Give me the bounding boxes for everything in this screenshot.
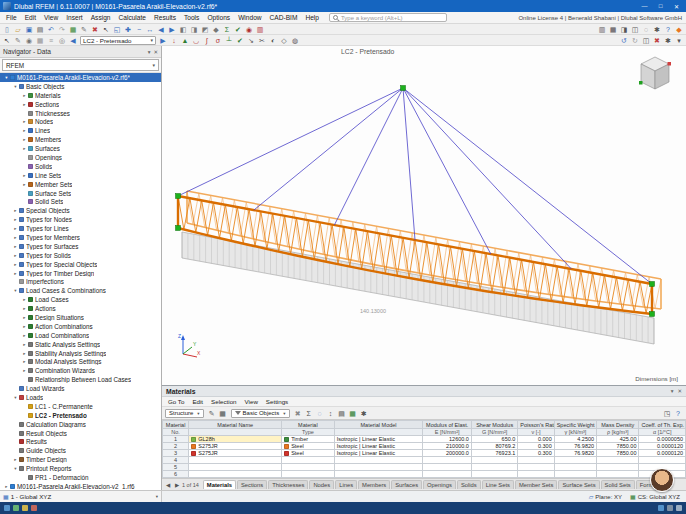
table-tab-nodes[interactable]: Nodes [309,480,334,489]
new-model-icon[interactable]: ▯ [2,24,12,34]
close-panel-icon[interactable]: ✕ [677,388,682,394]
zoom-out-icon[interactable]: − [134,24,144,34]
status-cs-global-xyz[interactable]: ▦CS: Global XYZ [630,494,680,500]
tree-expand-icon[interactable]: ▸ [21,93,28,98]
materials-menu-go-to[interactable]: Go To [164,398,188,405]
display-navigator-icon[interactable]: ▦ [608,24,618,34]
select-icon[interactable]: ↖ [101,24,111,34]
table-settings-icon[interactable]: ✱ [359,408,369,418]
pin-icon[interactable]: ▾ [671,388,674,394]
panel-toggle-icon[interactable]: ◫ [630,24,640,34]
select-objects-icon[interactable]: ↖ [2,35,12,45]
taskbar-tray-icon[interactable] [676,505,682,511]
taskbar-tray-icon[interactable] [658,505,664,511]
clipping-box-icon[interactable]: ✂ [257,35,267,45]
menu-options[interactable]: Options [203,14,234,21]
menu-view[interactable]: View [40,14,62,21]
tree-item-types-for-members[interactable]: ▸Types for Members [0,233,161,242]
isometric-view-icon[interactable]: ◆ [211,24,221,34]
tree-expand-icon[interactable]: ▸ [21,351,28,356]
material-no-cell[interactable]: 1 [163,436,189,443]
tree-item-modal-analysis-settings[interactable]: ▸Modal Analysis Settings [0,358,161,367]
taskbar-app-icon[interactable] [31,505,37,511]
tree-item-guide-objects[interactable]: Guide Objects [0,446,161,455]
undo-view-icon[interactable]: ↺ [619,35,629,45]
material-rho-cell[interactable]: 7850.00 [597,443,639,450]
menu-results[interactable]: Results [150,14,180,21]
empty-cell[interactable] [471,457,517,464]
close-icon[interactable]: ✕ [153,49,158,55]
pin-toolbar-icon[interactable]: ▾ [674,35,684,45]
tree-item-solids[interactable]: Solids [0,162,161,171]
find-icon[interactable]: ◌ [641,24,651,34]
result-tables-icon[interactable]: ▥ [255,24,265,34]
tree-item-load-wizards[interactable]: Load Wizards [0,384,161,393]
tree-item-load-cases[interactable]: ▸Load Cases [0,295,161,304]
sum-icon[interactable]: Σ [304,408,314,418]
load-case-select[interactable]: LC2 - Pretensado ▾ [80,36,156,45]
minimize-icon[interactable]: — [638,1,651,11]
tree-item-types-for-solids[interactable]: ▸Types for Solids [0,251,161,260]
material-type-cell[interactable]: Timber [282,436,335,443]
tree-expand-icon[interactable]: ▸ [3,484,10,489]
materials-menu-selection[interactable]: Selection [207,398,240,405]
tree-item-results[interactable]: Results [0,438,161,447]
tree-item-lines[interactable]: ▸Lines [0,126,161,135]
rendering-icon[interactable]: ◍ [290,35,300,45]
design-check-icon[interactable]: ✔ [235,35,245,45]
empty-cell[interactable] [423,471,471,478]
empty-cell[interactable] [597,471,639,478]
tree-item-stability-analysis-settings[interactable]: ▸Stability Analysis Settings [0,349,161,358]
table-tab-surface-sets[interactable]: Surface Sets [558,480,599,489]
tree-item-actions[interactable]: ▸Actions [0,304,161,313]
tree-item-basic-objects[interactable]: ▾Basic Objects [0,82,161,91]
tree-item-action-combinations[interactable]: ▸Action Combinations [0,322,161,331]
next-view-icon[interactable]: ▶ [167,24,177,34]
tree-collapse-icon[interactable]: ▾ [12,288,19,293]
user-views-icon[interactable]: ◇ [279,35,289,45]
dlubal-logo-icon[interactable]: ◆ [674,24,684,34]
print-table-icon[interactable]: ▤ [337,408,347,418]
tree-expand-icon[interactable]: ▸ [12,262,19,267]
tree-item-sections[interactable]: ▸Sections [0,100,161,109]
empty-cell[interactable] [554,464,596,471]
screenshot-icon[interactable]: ◫ [641,35,651,45]
tree-item-nodes[interactable]: ▸Nodes [0,117,161,126]
tree-item-design-situations[interactable]: ▸Design Situations [0,313,161,322]
menu-assign[interactable]: Assign [87,14,115,21]
table-next-icon[interactable]: ▶ [173,482,181,488]
tree-item-materials[interactable]: ▸Materials [0,91,161,100]
tree-item-thicknesses[interactable]: Thicknesses [0,109,161,118]
edit-objects-icon[interactable]: ✎ [13,35,23,45]
empty-cell[interactable] [334,471,423,478]
visibility-icon[interactable]: ◐ [268,35,278,45]
tree-expand-icon[interactable]: ▸ [21,182,28,187]
empty-cell[interactable] [334,457,423,464]
table-view-icon[interactable]: ▦ [218,408,228,418]
taskbar-app-icon[interactable] [13,505,19,511]
tree-item-static-analysis-settings[interactable]: ▸Static Analysis Settings [0,340,161,349]
taskbar-app-icon[interactable] [4,505,10,511]
stresses-icon[interactable]: σ [213,35,223,45]
material-gamma-cell[interactable]: 76.9820 [554,443,596,450]
menu-file[interactable]: File [2,14,21,21]
clear-filter-icon[interactable]: ✖ [293,408,303,418]
tree-item-types-for-nodes[interactable]: ▸Types for Nodes [0,215,161,224]
tree-expand-icon[interactable]: ▸ [21,146,28,151]
menu-calculate[interactable]: Calculate [114,14,150,21]
measure-icon[interactable]: ↘ [246,35,256,45]
empty-cell[interactable] [639,457,686,464]
table-tab-members[interactable]: Members [358,480,390,489]
object-snap-icon[interactable]: ◎ [57,35,67,45]
empty-cell[interactable] [189,471,282,478]
settings-icon[interactable]: ✱ [652,24,662,34]
tree-expand-icon[interactable]: ▸ [21,324,28,329]
material-E-cell[interactable]: 200000.0 [423,450,471,457]
empty-cell[interactable] [597,457,639,464]
materials-menu-edit[interactable]: Edit [188,398,207,405]
menu-insert[interactable]: Insert [62,14,87,21]
table-tab-member-sets[interactable]: Member Sets [515,480,557,489]
tree-item-types-for-special-objects[interactable]: ▸Types for Special Objects [0,260,161,269]
view-x-icon[interactable]: ◧ [178,24,188,34]
print-icon[interactable]: ▤ [35,24,45,34]
